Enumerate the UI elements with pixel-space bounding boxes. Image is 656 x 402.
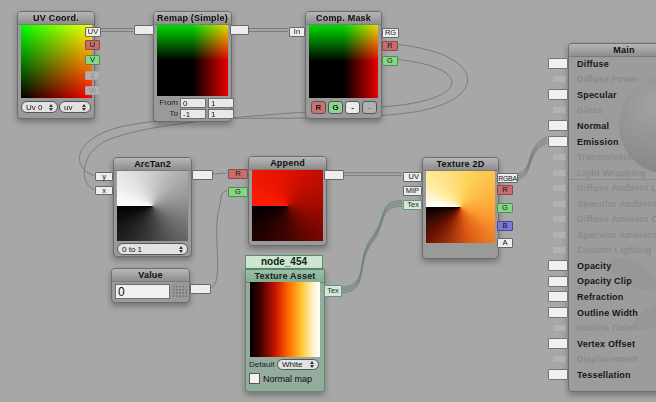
main-port-normal[interactable] <box>548 120 568 131</box>
node-arctan2[interactable]: ArcTan2 0 to 1 y x <box>113 157 192 257</box>
main-input-label: Tessellation <box>577 370 631 380</box>
main-input-row: Light Wrapping <box>569 165 656 181</box>
remap-from-max-field[interactable]: 1 <box>208 98 234 108</box>
main-input-label: Outline Width <box>577 308 638 318</box>
main-port-opacity-clip[interactable] <box>548 276 568 287</box>
main-port-specular[interactable] <box>548 89 568 100</box>
node-main[interactable]: Main DiffuseDiffuse PowerSpecularGlossNo… <box>568 43 656 392</box>
port-out-uv[interactable]: UV <box>85 27 101 37</box>
port-out-a[interactable]: A <box>497 238 513 248</box>
main-input-row: Tessellation <box>569 367 656 383</box>
port-out-r[interactable]: R <box>497 185 513 195</box>
port-out-b[interactable]: B <box>497 221 513 231</box>
main-input-label: Diffuse Ambient Light <box>577 183 656 193</box>
main-input-label: Specular <box>577 90 617 100</box>
port-out-g[interactable]: G <box>497 203 513 213</box>
port-out[interactable] <box>324 170 344 180</box>
port-out-g[interactable]: G <box>382 56 398 66</box>
port-out-tex[interactable]: Tex <box>324 285 342 297</box>
remap-to-label: To <box>156 109 178 119</box>
port-in-tex[interactable]: Tex <box>403 200 422 210</box>
port-out-rg[interactable]: RG <box>382 28 399 38</box>
node-texture-2d[interactable]: Texture 2D UV MIP Tex RGBA R G B A <box>422 157 499 259</box>
remap-to-max-field[interactable]: 1 <box>208 109 234 119</box>
remap-to-min-field[interactable]: -1 <box>180 109 206 119</box>
node-value[interactable]: Value 0 <box>111 268 190 303</box>
main-port-light-wrapping[interactable] <box>552 169 566 177</box>
main-input-row: Diffuse Ambient Light <box>569 180 656 196</box>
node-append[interactable]: Append R G <box>248 156 327 246</box>
port-out-w[interactable]: W <box>85 86 100 95</box>
port-in[interactable]: In <box>289 27 305 37</box>
main-input-label: Specular Ambient Light <box>577 199 656 209</box>
texture-asset-preview <box>250 282 320 357</box>
main-port-outline-color[interactable] <box>552 324 566 332</box>
port-in-uv[interactable]: UV <box>403 172 422 182</box>
main-port-gloss[interactable] <box>552 106 566 114</box>
main-port-emission[interactable] <box>548 136 568 147</box>
main-port-diffuse-ambient-occlusion[interactable] <box>552 215 566 223</box>
port-in-y[interactable]: y <box>95 172 113 181</box>
port-in-x[interactable]: x <box>95 186 113 195</box>
main-port-displacement[interactable] <box>552 355 566 363</box>
main-input-row: Diffuse Ambient Occlusion <box>569 211 656 227</box>
mask-preview <box>309 25 378 98</box>
uv-channel-dropdown[interactable]: Uv 0 <box>21 101 58 113</box>
port-out-rgba[interactable]: RGBA <box>497 173 518 183</box>
main-port-diffuse[interactable] <box>548 58 568 69</box>
node-title: Remap (Simple) <box>154 12 231 25</box>
main-port-custom-lighting[interactable] <box>552 246 566 254</box>
port-out[interactable] <box>190 284 211 294</box>
port-out-z[interactable]: Z <box>85 71 100 80</box>
mask-b-button[interactable]: - <box>345 101 360 114</box>
uv-mode-dropdown[interactable]: uv <box>59 101 91 113</box>
main-input-row: Opacity Clip <box>569 274 656 290</box>
mask-r-button[interactable]: R <box>311 101 326 114</box>
normal-map-checkbox[interactable] <box>249 373 260 384</box>
dropdown-value: uv <box>64 103 72 112</box>
arctan2-preview <box>117 171 188 241</box>
remap-from-min-field[interactable]: 0 <box>180 98 206 108</box>
arctan2-range-dropdown[interactable]: 0 to 1 <box>117 243 188 255</box>
main-port-transmission[interactable] <box>552 153 566 161</box>
mask-g-button[interactable]: G <box>328 101 343 114</box>
node-texture-asset[interactable]: Texture Asset Default White Normal map T… <box>245 269 325 392</box>
main-port-specular-ambient-light[interactable] <box>552 200 566 208</box>
port-in-r[interactable]: R <box>228 169 248 179</box>
port-out-v[interactable]: V <box>85 55 100 65</box>
main-port-diffuse-ambient-light[interactable] <box>552 184 566 192</box>
default-color-dropdown[interactable]: White <box>277 359 319 370</box>
node-uv-coord[interactable]: UV Coord. Uv 0 uv UV U V Z W <box>17 11 95 119</box>
port-out[interactable] <box>230 25 249 35</box>
dropdown-arrows-icon <box>49 104 53 111</box>
port-in[interactable] <box>134 25 154 35</box>
main-port-refraction[interactable] <box>548 291 568 302</box>
port-in-g[interactable]: G <box>228 187 248 197</box>
node-comp-mask[interactable]: Comp. Mask R G - - In RG R G <box>305 11 382 119</box>
main-input-label: Custom Lighting <box>577 245 652 255</box>
dropdown-value: 0 to 1 <box>122 245 142 254</box>
shader-graph-canvas[interactable]: UV Coord. Uv 0 uv UV U V Z W Remap (Simp… <box>0 0 656 402</box>
wire-texasset-to-texture2d <box>341 201 402 294</box>
main-port-tessellation[interactable] <box>548 369 568 380</box>
dropdown-arrows-icon <box>310 361 314 368</box>
node-remap[interactable]: Remap (Simple) From 0 1 To -1 1 <box>153 11 232 122</box>
value-drag-handle[interactable] <box>172 285 187 298</box>
port-in-mip[interactable]: MIP <box>403 186 422 196</box>
main-port-opacity[interactable] <box>548 260 568 271</box>
node-name-field[interactable]: node_454 <box>245 255 323 269</box>
main-input-list: DiffuseDiffuse PowerSpecularGlossNormalE… <box>569 56 656 382</box>
port-out[interactable] <box>192 170 213 180</box>
main-input-row: Specular Ambient Light <box>569 196 656 212</box>
main-port-specular-ambient-occlusion[interactable] <box>552 231 566 239</box>
main-input-row: Outline Color <box>569 320 656 336</box>
port-out-u[interactable]: U <box>85 40 100 50</box>
main-port-diffuse-power[interactable] <box>552 75 566 83</box>
mask-a-button[interactable]: - <box>362 101 377 114</box>
value-input[interactable]: 0 <box>115 284 170 299</box>
main-port-outline-width[interactable] <box>548 307 568 318</box>
main-port-vertex-offset[interactable] <box>548 338 568 349</box>
uv-preview <box>21 25 92 98</box>
port-out-r[interactable]: R <box>382 41 398 51</box>
main-input-label: Opacity Clip <box>577 276 632 286</box>
